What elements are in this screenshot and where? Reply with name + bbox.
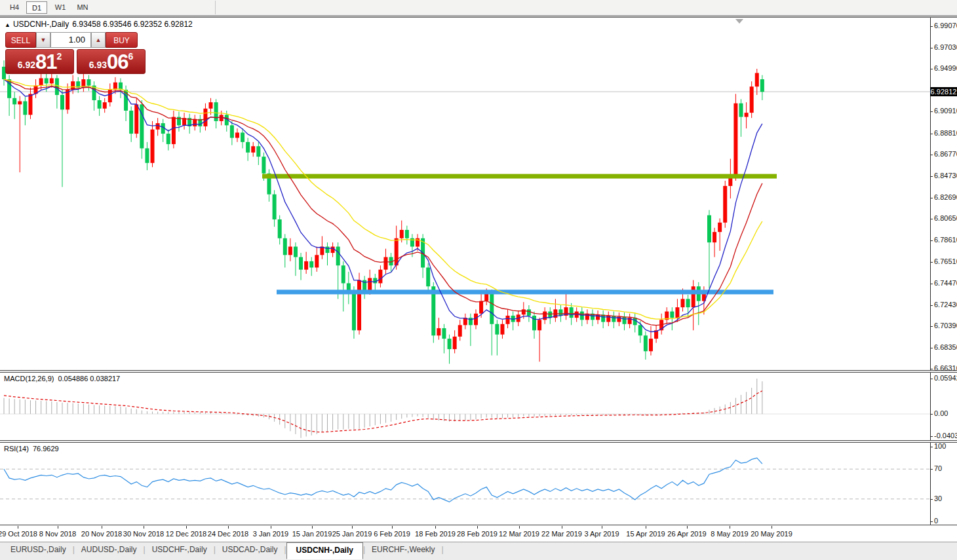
- buy-price-sup: 6: [128, 52, 133, 61]
- date-tick-dash: [102, 526, 102, 529]
- price-tick: 6.78610: [934, 236, 957, 244]
- symbol-ohlc-values: 6.93458 6.93546 6.92352 6.92812: [72, 20, 193, 29]
- timeframe-d1-button[interactable]: D1: [26, 1, 47, 14]
- volume-decrease-button[interactable]: ▼: [36, 32, 50, 48]
- price-tick-dash: [930, 48, 933, 48]
- date-tick-label: 20 Nov 2018: [81, 530, 122, 538]
- date-tick-label: 12 Dec 2018: [166, 530, 206, 538]
- macd-tick-dash: [930, 379, 933, 379]
- price-tick: 6.94990: [934, 64, 957, 72]
- symbol-name: USDCNH-,Daily: [13, 20, 69, 29]
- date-tick-label: 25 Jan 2019: [332, 530, 372, 538]
- price-tick-dash: [930, 262, 933, 263]
- timeframe-mn-button[interactable]: MN: [72, 1, 93, 14]
- date-tick-label: 8 May 2019: [711, 530, 748, 538]
- date-tick-dash: [18, 526, 18, 529]
- price-tick: 6.97030: [934, 43, 957, 51]
- macd-tick: -0.040371: [934, 432, 957, 439]
- macd-rsi-splitter[interactable]: [0, 440, 957, 443]
- chart-tab-usdcad-daily[interactable]: USDCAD-,Daily: [216, 542, 284, 557]
- timeframe-w1-button[interactable]: W1: [50, 1, 71, 14]
- price-tick: 6.74470: [934, 279, 957, 287]
- date-tick-label: 15 Apr 2019: [626, 530, 665, 538]
- price-tick-dash: [930, 305, 933, 306]
- date-tick-dash: [352, 526, 353, 529]
- price-tick-dash: [930, 348, 933, 348]
- current-price-badge: 6.92812: [930, 87, 957, 96]
- price-tick: 6.82690: [934, 193, 957, 201]
- volume-increase-button[interactable]: ▲: [91, 32, 106, 48]
- price-tick-dash: [930, 134, 933, 134]
- date-tick-dash: [519, 526, 520, 529]
- toolbar-edge: [0, 15, 957, 18]
- chart-tab-bar: EURUSD-,Daily|AUDUSD-,Daily|USDCHF-,Dail…: [0, 542, 957, 560]
- price-tick-dash: [930, 198, 933, 198]
- sell-price-small: 6.92: [18, 58, 35, 72]
- price-tick: 6.86770: [934, 150, 957, 158]
- date-axis[interactable]: 29 Oct 20188 Nov 201820 Nov 201830 Nov 2…: [0, 526, 957, 541]
- rsi-value: 76.9629: [33, 445, 59, 453]
- price-tick: 6.80650: [934, 214, 957, 222]
- buy-button[interactable]: BUY: [106, 32, 138, 48]
- date-tick-label: 6 Feb 2019: [374, 530, 410, 538]
- date-tick-dash: [435, 526, 436, 529]
- date-tick-label: 28 Feb 2019: [457, 530, 498, 538]
- date-tick-label: 8 Nov 2018: [39, 530, 76, 538]
- chart-tab-audusd-daily[interactable]: AUDUSD-,Daily: [75, 542, 144, 557]
- price-tick-dash: [930, 176, 933, 177]
- chart-tab-usdchf-daily[interactable]: USDCHF-,Daily: [146, 542, 214, 557]
- buy-price-display[interactable]: 6.93066: [77, 49, 146, 74]
- sell-price-display[interactable]: 6.92812: [5, 49, 74, 74]
- date-tick-dash: [687, 526, 688, 529]
- macd-tick: 0.00: [934, 409, 948, 417]
- symbol-ohlc-line: ▲USDCNH-,Daily6.93458 6.93546 6.92352 6.…: [5, 20, 196, 29]
- price-tick-dash: [930, 219, 933, 219]
- macd-tick-dash: [930, 414, 933, 415]
- chart-macd-splitter[interactable]: [0, 370, 957, 373]
- price-chart-svg: [0, 0, 957, 560]
- volume-input[interactable]: 1.00: [50, 32, 91, 48]
- price-tick: 6.76510: [934, 257, 957, 265]
- macd-values: 0.054886 0.038217: [58, 375, 120, 383]
- timeframe-toolbar: H4 D1 W1 MN: [0, 0, 957, 15]
- price-tick-dash: [930, 111, 933, 112]
- buy-price-small: 6.93: [89, 58, 107, 72]
- buy-price-big: 06: [107, 52, 128, 72]
- collapse-triangle-icon[interactable]: ▲: [5, 22, 10, 28]
- toolbar-separator: [215, 1, 216, 14]
- date-tick-label: 22 Mar 2019: [541, 530, 582, 538]
- date-tick-label: 26 Apr 2019: [667, 530, 706, 538]
- rsi-tick-dash: [930, 521, 933, 522]
- rsi-label: RSI(14)76.9629: [4, 445, 63, 453]
- sell-button[interactable]: SELL: [5, 32, 36, 48]
- macd-tick-dash: [930, 436, 933, 437]
- price-tick: 6.90910: [934, 107, 957, 115]
- chart-tab-eurchf-weekly[interactable]: EURCHF-,Weekly: [365, 542, 441, 557]
- date-tick-label: 18 Feb 2019: [415, 530, 456, 538]
- date-tick-dash: [144, 526, 144, 529]
- rsi-tick-dash: [930, 447, 933, 447]
- date-tick-dash: [312, 526, 313, 529]
- date-tick-label: 3 Jan 2019: [253, 530, 288, 538]
- date-tick-dash: [602, 526, 602, 529]
- rsi-tick-dash: [930, 499, 933, 500]
- price-tick: 6.99070: [934, 22, 957, 29]
- date-tick-label: 12 Mar 2019: [499, 530, 539, 538]
- price-tick-dash: [930, 26, 933, 27]
- chart-shift-marker-icon[interactable]: [735, 19, 743, 24]
- rsi-bottom-border: [0, 525, 957, 526]
- chart-tab-usdcnh-daily[interactable]: USDCNH-,Daily: [286, 542, 363, 559]
- date-tick-dash: [58, 526, 58, 529]
- timeframe-h4-button[interactable]: H4: [4, 1, 25, 14]
- price-tick-dash: [930, 69, 933, 69]
- price-tick-dash: [930, 326, 933, 327]
- price-tick-dash: [930, 240, 933, 241]
- macd-label: MACD(12,26,9)0.054886 0.038217: [4, 375, 124, 383]
- tab-separator: |: [442, 542, 444, 554]
- chart-tab-eurusd-daily[interactable]: EURUSD-,Daily: [4, 542, 73, 557]
- date-tick-dash: [186, 526, 187, 529]
- rsi-tick-dash: [930, 469, 933, 470]
- price-tick-dash: [930, 284, 933, 284]
- date-tick-label: 30 Nov 2018: [123, 530, 164, 538]
- sell-price-big: 81: [35, 52, 56, 72]
